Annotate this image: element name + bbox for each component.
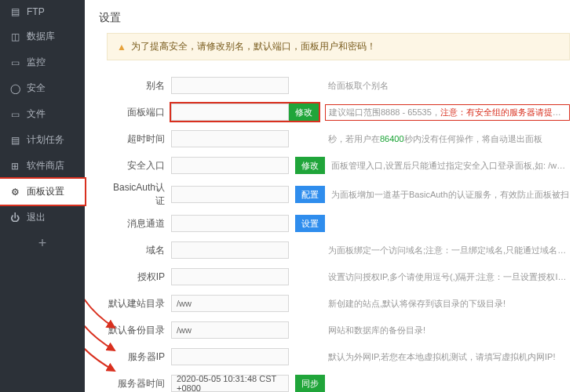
basicauth-hint: 为面板增加一道基于BasicAuth的认证服务，有效防止面板被扫 [331, 189, 570, 201]
sidebar-item-security[interactable]: ◯安全 [0, 75, 85, 101]
port-label: 面板端口 [107, 106, 165, 119]
sidebar-item-ftp[interactable]: ▤FTP [0, 0, 85, 24]
sidebar-item-store[interactable]: ⊞软件商店 [0, 153, 85, 179]
port-input[interactable] [171, 103, 289, 121]
backupdir-input[interactable]: /ww [171, 321, 289, 339]
row-entry: 安全入口 修改 面板管理入口,设置后只能通过指定安全入口登录面板,如: /www… [107, 154, 570, 176]
page-title: 设置 [99, 8, 570, 33]
folder-icon: ▭ [9, 109, 20, 120]
domain-hint: 为面板绑定一个访问域名;注意：一旦绑定域名,只能通过域名访问面板! [328, 245, 570, 256]
sidebar-item-exit[interactable]: ⏻退出 [0, 205, 85, 230]
msgchannel-set-button[interactable]: 设置 [295, 215, 325, 232]
sidebar: ▤FTP ◫数据库 ▭监控 ◯安全 ▭文件 ▤计划任务 ⊞软件商店 ⚙面板设置 … [0, 0, 85, 392]
timeout-input[interactable] [171, 130, 289, 147]
domain-input[interactable] [171, 241, 289, 259]
sidebar-add[interactable]: + [0, 230, 85, 256]
monitor-icon: ▭ [9, 57, 20, 68]
store-icon: ⊞ [9, 161, 20, 172]
sidebar-item-monitor[interactable]: ▭监控 [0, 49, 85, 75]
calendar-icon: ▤ [9, 135, 20, 146]
gear-icon: ⚙ [9, 187, 20, 198]
entry-label: 安全入口 [107, 159, 165, 172]
authip-label: 授权IP [107, 270, 165, 284]
row-backupdir: 默认备份目录 /ww 网站和数据库的备份目录! [107, 319, 570, 341]
sidebar-item-cron[interactable]: ▤计划任务 [0, 127, 85, 153]
row-sitedir: 默认建站目录 /ww 新创建的站点,默认将保存到该目录的下级目录! [107, 292, 570, 314]
serverip-input[interactable] [171, 348, 289, 365]
sitedir-hint: 新创建的站点,默认将保存到该目录的下级目录! [328, 298, 570, 310]
authip-input[interactable] [171, 268, 289, 285]
basicauth-config-button[interactable]: 配置 [295, 186, 325, 203]
backupdir-hint: 网站和数据库的备份目录! [328, 325, 570, 336]
exit-icon: ⏻ [9, 212, 20, 223]
timeout-label: 超时时间 [107, 132, 165, 146]
main: 设置 ▲ 为了提高安全，请修改别名，默认端口，面板用户和密码！ 别名 给面板取个… [85, 0, 584, 392]
security-alert: ▲ 为了提高安全，请修改别名，默认端口，面板用户和密码！ [107, 33, 570, 60]
sidebar-item-database[interactable]: ◫数据库 [0, 24, 85, 49]
alias-hint: 给面板取个别名 [328, 80, 570, 92]
sitedir-input[interactable]: /ww [171, 295, 289, 312]
ftp-icon: ▤ [9, 6, 20, 17]
alias-label: 别名 [107, 79, 165, 93]
row-basicauth: BasicAuth认证 配置 为面板增加一道基于BasicAuth的认证服务，有… [107, 181, 570, 208]
entry-input[interactable] [171, 157, 289, 174]
serverip-hint: 默认为外网IP,若您在本地虚拟机测试，请填写虚拟机内网IP! [328, 351, 570, 363]
sidebar-item-settings[interactable]: ⚙面板设置 [0, 179, 85, 205]
port-modify-button[interactable]: 修改 [289, 103, 319, 121]
sidebar-item-files[interactable]: ▭文件 [0, 101, 85, 127]
row-authip: 授权IP 设置访问授权IP,多个请使用逗号(,)隔开;注意：一旦设置授权IP,只… [107, 266, 570, 288]
row-msgchannel: 消息通道 设置 [107, 212, 570, 234]
annotation-arrow [85, 341, 124, 380]
row-servertime: 服务器时间 2020-05-05 10:31:48 CST +0800 同步 [107, 372, 570, 392]
database-icon: ◫ [9, 31, 20, 42]
entry-hint: 面板管理入口,设置后只能通过指定安全入口登录面板,如: /www_bt_cn [331, 160, 570, 172]
row-serverip: 服务器IP 默认为外网IP,若您在本地虚拟机测试，请填写虚拟机内网IP! [107, 346, 570, 368]
warning-icon: ▲ [117, 42, 126, 53]
port-hint: 建议端口范围8888 - 65535，注意：有安全组的服务器请提前在安全组放行新… [325, 104, 570, 121]
row-port: 面板端口 修改 建议端口范围8888 - 65535，注意：有安全组的服务器请提… [107, 101, 570, 123]
basicauth-label: BasicAuth认证 [107, 181, 165, 208]
shield-icon: ◯ [9, 83, 20, 94]
servertime-sync-button[interactable]: 同步 [295, 375, 325, 392]
msgchannel-label: 消息通道 [107, 217, 165, 230]
domain-label: 域名 [107, 244, 165, 257]
row-timeout: 超时时间 秒，若用户在86400秒内没有任何操作，将自动退出面板 [107, 128, 570, 150]
row-domain: 域名 为面板绑定一个访问域名;注意：一旦绑定域名,只能通过域名访问面板! [107, 239, 570, 261]
entry-modify-button[interactable]: 修改 [295, 157, 325, 174]
row-alias: 别名 给面板取个别名 [107, 74, 570, 96]
msgchannel-input[interactable] [171, 215, 289, 232]
alias-input[interactable] [171, 77, 289, 94]
authip-hint: 设置访问授权IP,多个请使用逗号(,)隔开;注意：一旦设置授权IP,只有指定IP… [328, 271, 570, 283]
basicauth-input[interactable] [171, 186, 289, 203]
timeout-hint: 秒，若用户在86400秒内没有任何操作，将自动退出面板 [328, 133, 570, 145]
servertime-value: 2020-05-05 10:31:48 CST +0800 [171, 375, 289, 392]
